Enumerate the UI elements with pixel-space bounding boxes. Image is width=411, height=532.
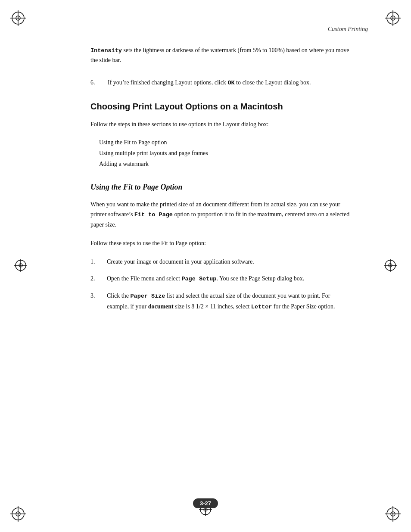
step-6-after: to close the Layout dialog box. [235,79,311,86]
step-2-after: . You see the Page Setup dialog box. [216,275,304,282]
corner-mark-bl [9,498,34,523]
fit-to-page-heading: Using the Fit to Page Option [90,183,351,192]
step-3-middle2: size is 8 1/2 × 11 inches, select [174,303,251,310]
step-6-number: 6. [90,78,103,88]
step-3-document: document [148,303,174,310]
step-3-before: Click the [107,292,130,299]
step-2-content: Open the File menu and select Page Setup… [107,274,304,284]
step-6: 6. If you’re finished changing Layout op… [90,78,351,88]
corner-mark-br [377,498,402,523]
step-2: 2. Open the File menu and select Page Se… [90,274,351,284]
step-2-before: Open the File menu and select [107,275,181,282]
main-content: Intensity sets the lightness or darkness… [90,46,351,312]
intensity-term: Intensity [90,47,122,54]
step-6-before: If you’re finished changing Layout optio… [108,79,227,86]
step-1-number: 1. [90,257,103,267]
corner-mark-tl [9,9,34,34]
bullet-item-1: Using the Fit to Page option [99,137,351,148]
fit-to-page-para2: Follow these steps to use the Fit to Pag… [90,238,351,248]
fit-to-page-para1: When you want to make the printed size o… [90,199,351,230]
step-1: 1. Create your image or document in your… [90,257,351,267]
bullet-item-2: Using multiple print layouts and page fr… [99,148,351,159]
step-1-text: Create your image or document in your ap… [107,257,254,267]
page-number-badge: 3-27 [193,498,218,508]
page-header: Custom Printing [34,26,377,33]
bullet-list: Using the Fit to Page option Using multi… [99,137,351,170]
step-3-number: 3. [90,291,103,312]
step-6-ok: OK [227,80,234,86]
step-3-content: Click the Paper Size list and select the… [107,291,351,312]
side-mark-right [382,257,399,276]
step-3-papersize: Paper Size [130,293,165,299]
step-3-after: for the Paper Size option. [272,303,335,310]
step-3: 3. Click the Paper Size list and select … [90,291,351,312]
numbered-steps: 1. Create your image or document in your… [90,257,351,312]
page: Custom Printing Intensity sets the light… [0,0,411,532]
step-3-letter: Letter [251,304,272,310]
chapter-title: Custom Printing [328,26,368,33]
choosing-section-intro: Follow the steps in these sections to us… [90,120,351,129]
bullet-item-3: Adding a watermark [99,159,351,169]
choosing-section-heading: Choosing Print Layout Options on a Macin… [90,101,351,112]
intensity-paragraph: Intensity sets the lightness or darkness… [90,46,351,65]
step-6-text: If you’re finished changing Layout optio… [108,78,311,88]
corner-mark-tr [377,9,402,34]
step-2-number: 2. [90,274,103,284]
step-2-pagesetup: Page Setup [181,276,216,282]
fit-to-page-term: Fit to Page [134,212,173,218]
intensity-text: sets the lightness or darkness of the wa… [90,47,349,63]
side-mark-left [12,257,29,276]
